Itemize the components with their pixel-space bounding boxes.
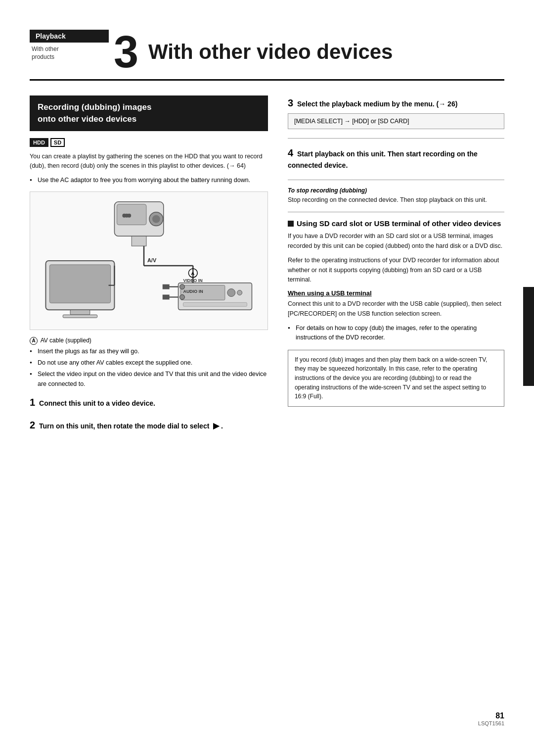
step-1-block: 1 Connect this unit to a video device. [30,395,268,410]
header-area: Playback With other products 3 With othe… [30,30,504,81]
circle-a: A [30,337,38,345]
step-3-number: 3 [288,97,293,108]
step-2-block: 2 Turn on this unit, then rotate the mod… [30,418,268,432]
step-4-heading: 4 Start playback on this unit. Then star… [288,145,504,171]
list-item: Use the AC adaptor to free you from worr… [30,176,268,185]
stop-note-heading: To stop recording (dubbing) [288,187,504,194]
svg-point-20 [237,290,242,295]
step-1-heading: 1 Connect this unit to a video device. [30,395,268,410]
square-bullet-icon [288,221,294,227]
main-content: Recording (dubbing) images onto other vi… [30,95,504,440]
section-heading: Recording (dubbing) images onto other vi… [30,95,268,131]
left-column: Recording (dubbing) images onto other vi… [30,95,268,440]
list-item: Insert the plugs as far as they will go. [30,347,268,356]
usb-bullets: For details on how to copy (dub) the ima… [288,324,504,343]
step-4-number: 4 [288,147,293,158]
feature-heading: Using SD card slot or USB terminal of ot… [288,219,504,228]
feature-text-2: Refer to the operating instructions of y… [288,256,504,284]
svg-text:AUDIO IN: AUDIO IN [183,288,203,293]
cable-label: A AV cable (supplied) [30,336,268,345]
svg-text:A/V: A/V [147,257,157,263]
svg-point-3 [152,215,160,223]
step-3-block: 3 Select the playback medium by the menu… [288,95,504,129]
intro-bullets: Use the AC adaptor to free you from worr… [30,176,268,185]
device-illustration: A/V VIDEO IN [30,191,268,330]
step-2-number: 2 [30,420,35,430]
hdd-badge: HDD [30,138,48,147]
sidebar-tab [523,287,534,386]
media-select-box: [MEDIA SELECT] → [HDD] or [SD CARD] [288,113,504,129]
breadcrumb-block: Playback With other products [30,30,109,61]
svg-rect-28 [163,284,170,289]
usb-heading: When using a USB terminal [288,289,504,297]
chapter-title: With other video devices [148,40,504,64]
page-code: LSQT1561 [478,720,504,726]
playback-label: Playback [30,30,109,43]
usb-text: Connect this unit to a DVD recorder with… [288,299,504,319]
divider-3 [288,212,504,212]
divider-2 [288,180,504,180]
feature-text-1: If you have a DVD recorder with an SD ca… [288,232,504,251]
svg-text:A: A [191,271,194,276]
page-footer: 81 LSQT1561 [478,711,504,726]
cable-bullets: Insert the plugs as far as they will go.… [30,347,268,389]
breadcrumb-text: With other products [30,46,109,61]
svg-rect-12 [49,265,110,303]
page-container: Playback With other products 3 With othe… [0,0,534,756]
stop-note-text: Stop recording on the connected device. … [288,195,504,205]
play-icon: ▶ [213,422,219,430]
right-column: 3 Select the playback medium by the menu… [288,95,504,440]
svg-point-7 [127,213,131,217]
page-number: 81 [478,711,504,720]
list-item: Do not use any other AV cables except th… [30,358,268,368]
svg-rect-30 [163,294,170,299]
sd-badge: SD [50,138,65,147]
svg-rect-14 [63,315,97,318]
chapter-number: 3 [114,30,138,74]
svg-rect-4 [132,236,146,246]
svg-point-19 [227,288,235,296]
step-4-block: 4 Start playback on this unit. Then star… [288,145,504,171]
list-item: Select the video input on the video devi… [30,370,268,389]
info-box: If you record (dub) images and then play… [288,350,504,407]
intro-text: You can create a playlist by gathering t… [30,152,268,171]
step-1-number: 1 [30,397,35,408]
svg-rect-13 [70,310,90,315]
svg-point-25 [180,294,185,299]
list-item: For details on how to copy (dub) the ima… [288,324,504,343]
svg-rect-1 [117,204,146,225]
divider-1 [288,138,504,139]
step-2-heading: 2 Turn on this unit, then rotate the mod… [30,418,268,432]
hdd-sd-badges: HDD SD [30,138,268,147]
step-3-heading: 3 Select the playback medium by the menu… [288,95,504,110]
svg-rect-21 [183,302,247,306]
